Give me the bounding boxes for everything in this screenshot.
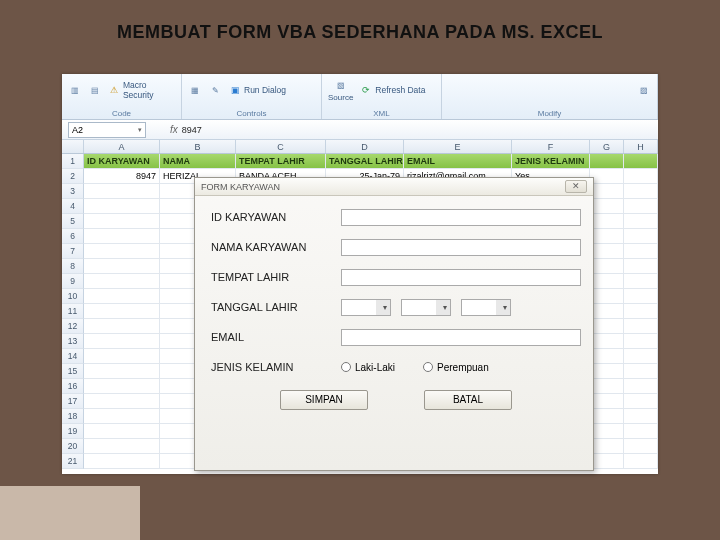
dialog-titlebar[interactable]: FORM KARYAWAN ✕ xyxy=(195,178,593,196)
cell[interactable] xyxy=(590,364,624,379)
cell[interactable] xyxy=(624,259,658,274)
hdr-tanggal[interactable]: TANGGAL LAHIR xyxy=(326,154,404,169)
col-F[interactable]: F xyxy=(512,140,590,153)
col-G[interactable]: G xyxy=(590,140,624,153)
col-C[interactable]: C xyxy=(236,140,326,153)
cell[interactable] xyxy=(624,454,658,469)
cell[interactable] xyxy=(84,184,160,199)
cell[interactable] xyxy=(84,214,160,229)
cell[interactable] xyxy=(84,319,160,334)
cell[interactable] xyxy=(624,394,658,409)
cell[interactable] xyxy=(624,334,658,349)
cell[interactable] xyxy=(84,379,160,394)
refresh-data-button[interactable]: ⟳ Refresh Data xyxy=(359,83,425,97)
cell[interactable] xyxy=(84,274,160,289)
cell[interactable] xyxy=(590,334,624,349)
hdr-g[interactable] xyxy=(590,154,624,169)
col-D[interactable]: D xyxy=(326,140,404,153)
cell[interactable] xyxy=(590,184,624,199)
radio-female[interactable]: Perempuan xyxy=(423,362,489,373)
save-button[interactable]: SIMPAN xyxy=(280,390,368,410)
row-header[interactable]: 13 xyxy=(62,334,84,349)
cell[interactable] xyxy=(624,289,658,304)
cell[interactable] xyxy=(84,424,160,439)
cell[interactable] xyxy=(624,349,658,364)
fx-icon[interactable]: fx xyxy=(170,124,178,135)
row-header[interactable]: 20 xyxy=(62,439,84,454)
input-nama[interactable] xyxy=(341,239,581,256)
cell[interactable] xyxy=(624,319,658,334)
cell[interactable] xyxy=(590,454,624,469)
cell[interactable] xyxy=(624,274,658,289)
cell[interactable] xyxy=(624,184,658,199)
cell[interactable] xyxy=(624,199,658,214)
row-header[interactable]: 4 xyxy=(62,199,84,214)
cell[interactable] xyxy=(590,409,624,424)
hdr-h[interactable] xyxy=(624,154,658,169)
macros-button[interactable]: ▤ xyxy=(88,83,102,97)
row-header[interactable]: 8 xyxy=(62,259,84,274)
cell[interactable] xyxy=(624,439,658,454)
cell[interactable] xyxy=(624,379,658,394)
cell[interactable] xyxy=(84,199,160,214)
input-id[interactable] xyxy=(341,209,581,226)
formula-value[interactable]: 8947 xyxy=(182,125,202,135)
cell[interactable] xyxy=(590,214,624,229)
cell[interactable] xyxy=(590,319,624,334)
cell-g[interactable] xyxy=(590,169,624,184)
select-day[interactable] xyxy=(341,299,391,316)
cell[interactable] xyxy=(84,394,160,409)
cell[interactable] xyxy=(84,244,160,259)
col-E[interactable]: E xyxy=(404,140,512,153)
cancel-button[interactable]: BATAL xyxy=(424,390,512,410)
row-header[interactable]: 3 xyxy=(62,184,84,199)
cell[interactable] xyxy=(84,229,160,244)
row-header[interactable]: 5 xyxy=(62,214,84,229)
select-all-corner[interactable] xyxy=(62,140,84,153)
cell[interactable] xyxy=(590,379,624,394)
row-header[interactable]: 11 xyxy=(62,304,84,319)
hdr-jk[interactable]: JENIS KELAMIN xyxy=(512,154,590,169)
row-header[interactable]: 17 xyxy=(62,394,84,409)
hdr-email[interactable]: EMAIL xyxy=(404,154,512,169)
run-dialog-button[interactable]: ▣ Run Dialog xyxy=(228,83,286,97)
radio-male[interactable]: Laki-Laki xyxy=(341,362,395,373)
cell[interactable] xyxy=(84,454,160,469)
cell[interactable] xyxy=(84,259,160,274)
name-box[interactable]: A2 ▾ xyxy=(68,122,146,138)
input-tempat[interactable] xyxy=(341,269,581,286)
cell[interactable] xyxy=(590,289,624,304)
row-header[interactable]: 19 xyxy=(62,424,84,439)
col-B[interactable]: B xyxy=(160,140,236,153)
cell[interactable] xyxy=(84,304,160,319)
row-header[interactable]: 16 xyxy=(62,379,84,394)
macro-security-button[interactable]: ⚠ Macro Security xyxy=(108,80,175,100)
select-year[interactable] xyxy=(461,299,511,316)
cell[interactable] xyxy=(590,229,624,244)
row-header[interactable]: 1 xyxy=(62,154,84,169)
hdr-tempat[interactable]: TEMPAT LAHIR xyxy=(236,154,326,169)
cell[interactable] xyxy=(84,349,160,364)
source-button[interactable]: ▧ Source xyxy=(328,78,353,102)
cell[interactable] xyxy=(84,334,160,349)
cell[interactable] xyxy=(590,394,624,409)
cell[interactable] xyxy=(624,424,658,439)
cell[interactable] xyxy=(590,259,624,274)
col-H[interactable]: H xyxy=(624,140,658,153)
cell[interactable] xyxy=(624,229,658,244)
cell[interactable] xyxy=(84,439,160,454)
row-header[interactable]: 18 xyxy=(62,409,84,424)
row-header[interactable]: 21 xyxy=(62,454,84,469)
row-header[interactable]: 6 xyxy=(62,229,84,244)
row-header[interactable]: 7 xyxy=(62,244,84,259)
col-A[interactable]: A xyxy=(84,140,160,153)
cell[interactable] xyxy=(590,304,624,319)
row-header[interactable]: 12 xyxy=(62,319,84,334)
cell-h[interactable] xyxy=(624,169,658,184)
cell[interactable] xyxy=(590,199,624,214)
hdr-id[interactable]: ID KARYAWAN xyxy=(84,154,160,169)
cell[interactable] xyxy=(624,409,658,424)
hdr-nama[interactable]: NAMA xyxy=(160,154,236,169)
row-header[interactable]: 9 xyxy=(62,274,84,289)
cell[interactable] xyxy=(590,349,624,364)
